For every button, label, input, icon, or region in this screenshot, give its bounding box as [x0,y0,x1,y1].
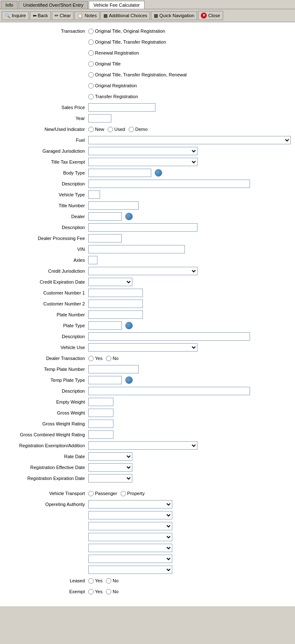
temp-plate-number-row: Temp Plate Number [4,365,291,374]
gross-combined-weight-rating-label: Gross Combined Weight Rating [4,432,88,437]
customer-number-2-input[interactable] [88,300,143,308]
toolbar: 🔍 Inquire ⬅ Back ✏ Clear 📋 Notes ▦ Addit… [0,9,295,22]
inquire-button[interactable]: 🔍 Inquire [2,11,29,20]
credit-expiration-date-select[interactable] [88,278,132,286]
temp-plate-number-input[interactable] [88,365,139,373]
exempt-yes-radio[interactable] [88,589,94,594]
transaction-label-1: Original Title, Original Registration [95,29,165,34]
vin-input[interactable] [88,245,185,253]
globe-icon-4 [125,376,133,384]
clear-icon: ✏ [55,13,58,18]
gross-combined-weight-rating-input[interactable] [88,430,113,439]
transaction-radio-6[interactable] [88,83,94,89]
body-type-lookup-button[interactable] [154,169,163,177]
tab-unidentified[interactable]: Unidentified Over/Short Entry [18,1,88,9]
choices-icon: ▦ [103,13,108,18]
fuel-select[interactable] [88,136,291,144]
leased-yes-radio[interactable] [88,578,94,584]
leased-yes-label: Yes [95,578,103,583]
additional-choices-button[interactable]: ▦ Additional Choices [100,11,150,20]
transaction-radio-7[interactable] [88,94,94,99]
operating-authority-select-4[interactable] [88,533,172,541]
tab-vehicle-fee-calculator[interactable]: Vehicle Fee Calculator [89,1,144,9]
title-tax-exempt-select[interactable] [88,158,198,166]
dealer-description-label: Description [4,225,88,230]
operating-authority-select-1[interactable] [88,500,172,508]
vehicle-use-select[interactable] [88,343,198,352]
dealer-input[interactable] [88,212,122,221]
operating-authority-select-3[interactable] [88,522,172,530]
operating-authority-select-5[interactable] [88,544,172,552]
plate-type-lookup-button[interactable] [125,321,133,330]
close-icon: ✕ [201,13,207,18]
back-icon: ⬅ [33,13,37,18]
nav-icon: ▦ [154,13,158,18]
sales-price-row: Sales Price [4,103,291,112]
passenger-radio[interactable] [88,491,94,496]
transaction-label-3: Renewal Registration [95,50,139,55]
clear-button[interactable]: ✏ Clear [52,11,74,20]
transaction-label-5: Original Title, Transfer Registration, R… [95,72,187,77]
body-type-input[interactable] [88,169,151,177]
axles-label: Axles [4,258,88,263]
body-type-row: Body Type [4,168,291,177]
new-used-options: New Used Demo [88,127,291,132]
plate-type-input[interactable] [88,321,122,330]
tab-bar: Info Unidentified Over/Short Entry Vehic… [0,0,295,9]
empty-weight-input[interactable] [88,398,113,406]
registration-exemption-select[interactable] [88,441,198,450]
customer-number-1-input[interactable] [88,289,143,297]
registration-effective-date-select[interactable] [88,463,132,472]
leased-yes-option: Yes [88,578,103,584]
gross-weight-rating-input[interactable] [88,420,113,428]
transaction-radio-4[interactable] [88,61,94,67]
quick-navigation-button[interactable]: ▦ Quick Navigation [151,11,197,20]
garaged-jurisdiction-select[interactable] [88,147,198,155]
tab-info[interactable]: Info [1,1,18,9]
vehicle-use-row: Vehicle Use [4,343,291,352]
transaction-radio-5[interactable] [88,72,94,78]
notes-button[interactable]: 📋 Notes [74,11,100,20]
temp-plate-type-lookup-button[interactable] [125,376,133,384]
gross-weight-input[interactable] [88,409,113,417]
dealer-yes-radio[interactable] [88,356,94,361]
operating-authority-label: Opereting Authority [4,502,88,507]
dealer-lookup-button[interactable] [125,212,133,221]
credit-jurisdiction-row: Credit Jurisdiction [4,266,291,276]
transaction-option-4: Original Title [88,61,291,67]
year-input[interactable] [88,114,111,123]
back-button[interactable]: ⬅ Back [30,11,51,20]
operating-authority-select-2[interactable] [88,511,172,519]
axles-input[interactable] [88,256,97,264]
exempt-no-radio[interactable] [106,589,111,594]
demo-radio[interactable] [129,127,134,132]
operating-authority-row-5 [4,543,291,553]
new-label: New [95,127,104,132]
registration-exemption-label: Registration Exemption/Addition [4,443,88,448]
leased-no-radio[interactable] [106,578,111,584]
passenger-label: Passenger [95,491,117,496]
title-number-input[interactable] [88,201,139,210]
operating-authority-select-7[interactable] [88,566,172,574]
sales-price-input[interactable] [88,103,155,112]
new-radio[interactable] [88,127,94,132]
transaction-radio-2[interactable] [88,39,94,45]
credit-jurisdiction-select[interactable] [88,267,198,275]
registration-effective-date-row: Registration Effective Date [4,463,291,472]
used-radio[interactable] [108,127,113,132]
empty-weight-label: Empty Weight [4,399,88,404]
rate-date-select[interactable] [88,452,132,461]
registration-expiration-date-select[interactable] [88,474,132,482]
body-type-label: Body Type [4,170,88,175]
temp-description-row: Description [4,386,291,396]
dealer-transaction-row: Dealer Transaction Yes No [4,354,291,363]
temp-plate-type-input[interactable] [88,376,122,384]
transaction-radio-1[interactable] [88,29,94,34]
operating-authority-select-6[interactable] [88,555,172,563]
property-radio[interactable] [121,491,126,496]
dealer-processing-fee-input[interactable] [88,234,122,242]
transaction-radio-3[interactable] [88,50,94,56]
dealer-no-radio[interactable] [106,356,111,361]
plate-number-input[interactable] [88,310,143,319]
close-button[interactable]: ✕ Close [198,11,223,20]
